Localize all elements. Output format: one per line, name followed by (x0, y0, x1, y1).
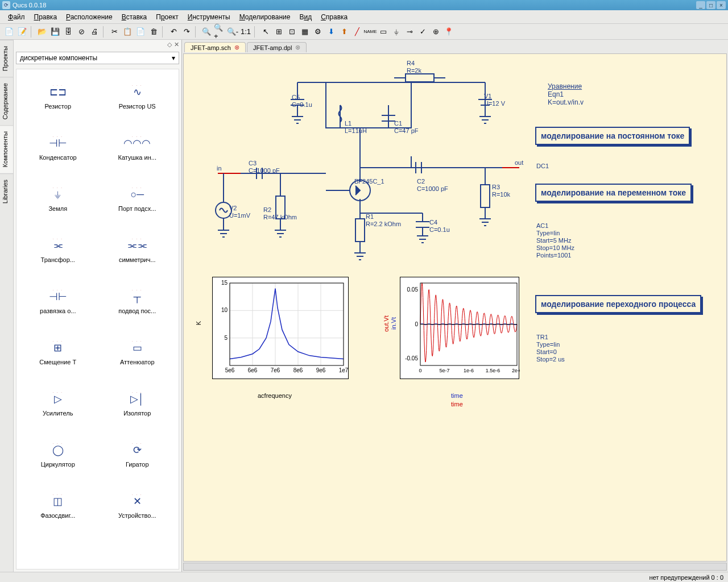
component-item[interactable]: · · ·⟳Гиратор (98, 430, 177, 480)
equation-block: Уравнение Eqn1 K=out.v/in.v (548, 82, 584, 106)
component-item[interactable]: · · ·▷Усилитель (19, 379, 97, 429)
save-all-icon[interactable]: 🗄 (63, 26, 74, 38)
simparams-ac: AC1 Type=lin Start=5 MHz Stop=10 MHz Poi… (536, 222, 574, 259)
category-combo[interactable]: дискретные компоненты ▾ (16, 52, 179, 64)
svg-text:1e-6: 1e-6 (464, 368, 474, 373)
resistor-icon[interactable]: ▭ (378, 26, 389, 38)
component-item[interactable]: · · ·⊣⊢Конденсатор (19, 123, 97, 173)
marker-icon[interactable]: 📍 (443, 26, 454, 38)
component-item[interactable]: · · ·◫Фазосдвиг... (19, 481, 97, 531)
redo-icon[interactable]: ↷ (181, 26, 192, 38)
new-icon[interactable]: 📄 (3, 26, 15, 38)
close-doc-icon[interactable]: ⊘ (76, 26, 87, 38)
label-R2: R2 R=47 kOhm (263, 206, 297, 221)
tool-x-icon[interactable]: ✓ (417, 26, 428, 38)
component-item[interactable]: · · ·⊏⊐Резистор (19, 72, 97, 122)
svg-text:9e6: 9e6 (316, 367, 326, 373)
tab-sch[interactable]: JFET-amp.sch ⊗ (184, 42, 246, 52)
component-item[interactable]: · · ·⊣⊢развязка о... (19, 276, 97, 326)
component-item[interactable]: · · ·▷│Изолятор (98, 379, 177, 429)
zoom-1-icon[interactable]: 1:1 (240, 26, 251, 38)
component-item[interactable]: · · ·○─Порт подсх... (98, 174, 177, 224)
component-item[interactable]: · · ·◯Циркулятор (19, 430, 97, 480)
plot-ac[interactable]: 510155e66e67e68e69e61e7 (212, 277, 349, 379)
wire-icon[interactable]: ╱ (351, 26, 363, 38)
component-item[interactable]: · · ·⫘Трансфор... (19, 225, 97, 275)
cut-icon[interactable]: ✂ (109, 26, 120, 38)
plot-tran[interactable]: -0.0500.0505e-71e-61.5e-62e-6 (400, 277, 519, 379)
panel-close-icon[interactable]: ✕ (174, 41, 179, 48)
maximize-button[interactable]: □ (706, 1, 715, 9)
svg-rect-5 (355, 219, 365, 242)
menu-edit[interactable]: Правка (34, 13, 57, 21)
print-icon[interactable]: 🖨 (89, 26, 100, 38)
menu-bar: Файл Правка Расположение Вставка Проект … (0, 10, 728, 24)
zoom-fit-icon[interactable]: 🔍 (201, 26, 212, 38)
menu-view[interactable]: Вид (299, 13, 312, 21)
tool-y-icon[interactable]: ⊕ (430, 26, 441, 38)
delete-icon[interactable]: 🗑 (148, 26, 159, 38)
menu-simulation[interactable]: Моделирование (239, 13, 291, 21)
component-item[interactable]: · · ·⊞Смещение T (19, 327, 97, 377)
component-item[interactable]: · · ·✕Устройство... (98, 481, 177, 531)
open-icon[interactable]: 📂 (36, 26, 48, 38)
simbox-ac[interactable]: моделирование на переменном токе (535, 184, 692, 202)
label-C2: C2 C=1000 pF (417, 178, 448, 193)
up-icon[interactable]: ⬆ (338, 26, 350, 38)
panel-detach-icon[interactable]: ◇ (167, 41, 172, 48)
menu-insert[interactable]: Вставка (122, 13, 147, 21)
status-text: нет предупреждений 0 : 0 (649, 574, 723, 581)
side-tab-libraries[interactable]: Libraries (0, 173, 13, 209)
minimize-button[interactable]: _ (696, 1, 705, 9)
tab-label: JFET-amp.sch (191, 44, 231, 51)
tab-dpl[interactable]: JFET-amp.dpl ⊗ (247, 42, 307, 52)
menu-help[interactable]: Справка (321, 13, 348, 21)
side-tab-contents[interactable]: Содержание (0, 77, 13, 125)
side-tab-projects[interactable]: Проекты (0, 40, 13, 77)
horizontal-scrollbar[interactable] (183, 563, 727, 571)
svg-text:1.5e-6: 1.5e-6 (486, 368, 500, 373)
components-grid: · · ·⊏⊐Резистор· · ·∿Резистор US· · ·⊣⊢К… (16, 69, 179, 569)
component-item[interactable]: · · ·◠◠◠Катушка ин... (98, 123, 177, 173)
menu-tools[interactable]: Инструменты (188, 13, 230, 21)
label-C3: C3 C=1000 pF (249, 160, 280, 174)
component-item[interactable]: · · ·⫘⫘симметрич... (98, 225, 177, 275)
tab-close-icon[interactable]: ⊗ (234, 44, 239, 51)
component-item[interactable]: · · ·▭Аттенюатор (98, 327, 177, 377)
svg-text:0.05: 0.05 (407, 286, 419, 293)
svg-text:1e7: 1e7 (339, 367, 349, 373)
name-icon[interactable]: NAME (365, 26, 376, 38)
zoom-out-icon[interactable]: 🔍- (227, 26, 238, 38)
components-panel: ◇ ✕ дискретные компоненты ▾ · · ·⊏⊐Резис… (14, 40, 182, 572)
label-V1: V1 U=12 V (484, 93, 505, 107)
tab-close-icon[interactable]: ⊗ (295, 44, 300, 51)
down-icon[interactable]: ⬇ (325, 26, 337, 38)
plot2-ylabel-in: in.Vt (390, 317, 398, 330)
port-icon[interactable]: ⊸ (404, 26, 415, 38)
select-icon[interactable]: ↖ (260, 26, 271, 38)
side-tab-components[interactable]: Компоненты (0, 125, 13, 173)
svg-text:6e6: 6e6 (248, 367, 258, 373)
tool-c-icon[interactable]: ▦ (299, 26, 311, 38)
simulate-icon[interactable]: ⚙ (312, 26, 324, 38)
simbox-tr[interactable]: моделирование переходного процесса (535, 295, 701, 313)
ground-icon[interactable]: ⏚ (391, 26, 402, 38)
new-text-icon[interactable]: 📝 (16, 26, 28, 38)
menu-position[interactable]: Расположение (66, 13, 113, 21)
component-item[interactable]: · · ·┬подвод пос... (98, 276, 177, 326)
undo-icon[interactable]: ↶ (168, 26, 179, 38)
menu-project[interactable]: Проект (156, 13, 179, 21)
document-tabs: JFET-amp.sch ⊗ JFET-amp.dpl ⊗ (182, 40, 728, 52)
schematic-canvas[interactable]: R4 R=2k C5 C=0.1u L1 L=11uH C1 C=47 pF V… (183, 53, 727, 562)
simbox-dc[interactable]: моделирование на постоянном токе (535, 127, 690, 145)
zoom-in-icon[interactable]: 🔍+ (214, 26, 225, 38)
component-item[interactable]: · · ·∿Резистор US (98, 72, 177, 122)
copy-icon[interactable]: 📋 (122, 26, 133, 38)
menu-file[interactable]: Файл (8, 13, 25, 21)
tool-b-icon[interactable]: ⊡ (286, 26, 297, 38)
tool-a-icon[interactable]: ⊞ (273, 26, 284, 38)
close-button[interactable]: × (717, 1, 726, 9)
save-icon[interactable]: 💾 (49, 26, 61, 38)
paste-icon[interactable]: 📄 (135, 26, 146, 38)
component-item[interactable]: · · ·⏚Земля (19, 174, 97, 224)
